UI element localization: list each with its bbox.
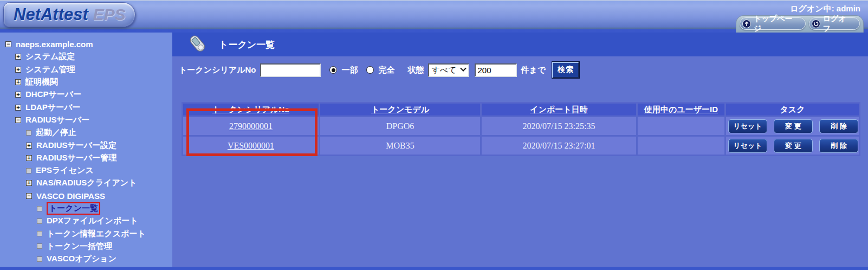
col-header-serial[interactable]: トークンシリアルNo — [183, 104, 319, 115]
logoff-arrow-icon — [812, 20, 820, 28]
radio-exact[interactable] — [366, 66, 374, 74]
change-button[interactable]: 変 更 — [774, 119, 813, 133]
minus-box-icon[interactable]: − — [15, 117, 21, 123]
logo-brand-text: NetAttest — [14, 5, 88, 24]
sidebar-item-host[interactable]: − naeps.example.com — [0, 38, 172, 50]
sidebar-item-dhcp-server[interactable]: + DHCPサーバー — [0, 88, 172, 101]
radio-partial-label: 一部 — [341, 65, 358, 75]
top-page-label: トップページ — [754, 14, 799, 34]
top-banner: NetAttest EPS ログオン中: admin トップページ ログオフ — [0, 0, 868, 33]
cell-user-id — [638, 137, 724, 155]
bullet-icon — [37, 218, 42, 224]
limit-suffix-label: 件まで — [521, 65, 546, 75]
plus-box-icon[interactable]: + — [15, 67, 21, 73]
sidebar-item-system-settings[interactable]: + システム設定 — [0, 50, 172, 63]
plus-box-icon[interactable]: + — [15, 92, 21, 98]
cell-serial: 2790000001 — [183, 117, 319, 135]
token-table: トークンシリアルNo トークンモデル インポート日時 使用中のユーザーID タス… — [182, 102, 860, 156]
limit-input[interactable] — [475, 63, 517, 77]
search-bar: トークンシリアルNo 一部 完全 状態 すべて 件まで 検索 — [179, 61, 864, 79]
sidebar-item-ldap-server[interactable]: + LDAPサーバー — [0, 101, 172, 113]
serial-link[interactable]: 2790000001 — [229, 121, 273, 131]
col-header-user-id[interactable]: 使用中のユーザーID — [638, 104, 724, 115]
sidebar-item-ca[interactable]: + 証明機関 — [0, 76, 172, 88]
chevron-down-icon — [460, 66, 466, 72]
netattest-logo: NetAttest EPS — [3, 2, 135, 27]
delete-button[interactable]: 削 除 — [819, 119, 858, 133]
top-nav-tab: トップページ ログオフ — [736, 15, 864, 33]
main-content: トークン一覧 トークンシリアルNo 一部 完全 状態 すべて 件まで 検索 トー… — [172, 33, 868, 267]
table-row: 2790000001 DPGO6 2020/07/15 23:25:35 リセッ… — [183, 117, 859, 135]
page-title-bar: トークン一覧 — [172, 33, 868, 56]
cell-imported: 2020/07/15 23:27:01 — [482, 137, 636, 155]
selected-item-highlight: トークン一覧 — [47, 202, 100, 215]
sidebar-item-radius-server[interactable]: − RADIUSサーバー — [0, 114, 172, 126]
sidebar-item-token-list[interactable]: トークン一覧 — [0, 202, 172, 215]
change-button[interactable]: 変 更 — [774, 139, 813, 153]
cell-model: DPGO6 — [320, 117, 480, 135]
search-button[interactable]: 検索 — [552, 62, 579, 78]
bullet-icon — [26, 168, 31, 173]
logoff-button[interactable]: ログオフ — [809, 17, 860, 30]
cell-model: MOB35 — [320, 137, 480, 155]
login-status: ログオン中: admin — [790, 4, 860, 14]
up-arrow-icon — [742, 20, 751, 28]
sidebar-item-radius-settings[interactable]: + RADIUSサーバー設定 — [0, 139, 172, 151]
minus-box-icon[interactable]: − — [26, 193, 32, 199]
sidebar-item-dpx-import[interactable]: DPXファイルインポート — [0, 215, 172, 227]
logoff-label: ログオフ — [823, 14, 853, 34]
bullet-icon — [37, 256, 42, 262]
logo-product-text: EPS — [93, 5, 126, 24]
plus-box-icon[interactable]: + — [26, 143, 32, 149]
plus-box-icon[interactable]: + — [15, 105, 21, 111]
cell-user-id — [638, 117, 724, 135]
token-icon — [186, 34, 209, 55]
serial-label: トークンシリアルNo — [179, 65, 256, 75]
col-header-model[interactable]: トークンモデル — [320, 104, 480, 115]
radio-exact-label: 完全 — [378, 65, 394, 75]
delete-button[interactable]: 削 除 — [819, 139, 858, 153]
serial-input[interactable] — [260, 63, 321, 77]
sidebar-tree: − naeps.example.com + システム設定 + システム管理 + … — [0, 33, 172, 267]
bullet-icon — [26, 130, 31, 136]
cell-task: リセット 変 更 削 除 — [726, 117, 859, 135]
plus-box-icon[interactable]: + — [15, 54, 21, 60]
top-page-button[interactable]: トップページ — [740, 17, 806, 30]
status-label: 状態 — [407, 65, 424, 75]
table-row: VES0000001 MOB35 2020/07/15 23:27:01 リセッ… — [183, 137, 859, 155]
sidebar-item-vasco-options[interactable]: VASCOオプション — [0, 253, 172, 265]
plus-box-icon[interactable]: + — [15, 79, 21, 85]
sidebar-item-token-export[interactable]: トークン情報エクスポート — [0, 227, 172, 240]
col-header-imported[interactable]: インポート日時 — [482, 104, 636, 115]
sidebar-item-vasco-digipass[interactable]: − VASCO DIGIPASS — [0, 190, 172, 202]
cell-task: リセット 変 更 削 除 — [726, 137, 859, 155]
bullet-icon — [37, 243, 42, 249]
bullet-icon — [37, 231, 42, 236]
serial-link[interactable]: VES0000001 — [228, 141, 274, 150]
status-select-value: すべて — [431, 65, 456, 75]
footer-strip — [0, 267, 868, 270]
plus-box-icon[interactable]: + — [26, 180, 32, 186]
minus-box-icon[interactable]: − — [5, 41, 11, 47]
sidebar-item-start-stop[interactable]: 起動／停止 — [0, 126, 172, 139]
table-header-row: トークンシリアルNo トークンモデル インポート日時 使用中のユーザーID タス… — [183, 104, 859, 115]
cell-imported: 2020/07/15 23:25:35 — [482, 117, 636, 135]
reset-button[interactable]: リセット — [728, 139, 767, 153]
cell-serial: VES0000001 — [183, 137, 319, 155]
col-header-task: タスク — [726, 104, 859, 115]
sidebar-item-token-batch[interactable]: トークン一括管理 — [0, 240, 172, 253]
sidebar-item-nas-radius-client[interactable]: + NAS/RADIUSクライアント — [0, 177, 172, 189]
sidebar-item-system-admin[interactable]: + システム管理 — [0, 63, 172, 76]
radio-partial[interactable] — [329, 66, 337, 74]
plus-box-icon[interactable]: + — [26, 155, 32, 161]
sidebar-item-radius-admin[interactable]: + RADIUSサーバー管理 — [0, 152, 172, 164]
status-select[interactable]: すべて — [428, 63, 469, 77]
reset-button[interactable]: リセット — [728, 119, 767, 133]
page-title: トークン一覧 — [219, 38, 275, 51]
sidebar-item-eps-license[interactable]: EPSライセンス — [0, 164, 172, 177]
bullet-icon — [37, 206, 42, 211]
